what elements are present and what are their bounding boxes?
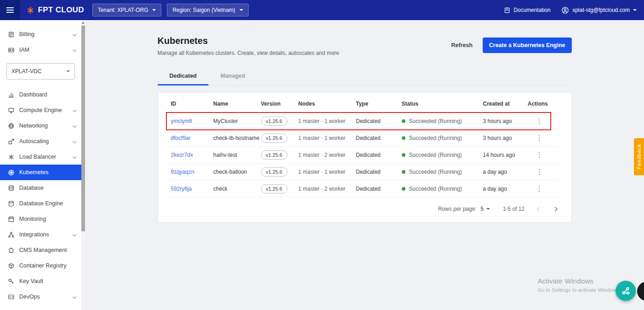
sidebar-item-database-engine[interactable]: Database Engine [0, 196, 81, 211]
billing-icon [7, 31, 15, 38]
ai-assistant-button[interactable] [616, 281, 636, 301]
sidebar-item-billing[interactable]: Billing [0, 27, 81, 42]
vdc-selector[interactable]: XPLAT-VDC [6, 63, 75, 80]
chevron-down-icon [486, 208, 490, 210]
row-actions-kebab[interactable]: ⋮ [533, 185, 546, 192]
kubernetes-icon [7, 169, 15, 176]
sidebar-item-key-vault[interactable]: Key Vault [0, 273, 81, 289]
sidebar-item-kubernetes[interactable]: Kubernetes [0, 165, 81, 180]
pagination: Rows per page: 5 1-5 of 12 [171, 198, 559, 217]
row-actions-kebab[interactable]: ⋮ [533, 168, 546, 176]
sidebar-item-dashboard[interactable]: Dashboard [0, 87, 81, 102]
sidebar-item-networking[interactable]: Networking [0, 118, 81, 134]
next-page-icon[interactable] [553, 207, 557, 211]
container-registry-icon [7, 262, 15, 269]
load-balancer-icon [7, 153, 15, 160]
cluster-id-link[interactable]: 592ry6ja [171, 186, 192, 192]
sidebar-item-label: Monitoring [19, 216, 46, 222]
sidebar-item-monitoring[interactable]: Monitoring [0, 211, 81, 227]
cluster-name: MyCluster [213, 118, 261, 124]
tab-managed[interactable]: Managed [208, 68, 257, 85]
sidebar-item-label: Database [19, 185, 44, 191]
version-chip: v1.25.6 [261, 134, 287, 143]
column-header-id: ID [171, 101, 213, 107]
region-selector[interactable]: Region: Saigon (Vietnam) [167, 4, 248, 16]
watermark-line1: Activate Windows [538, 277, 619, 285]
status-dot [402, 187, 405, 191]
refresh-button[interactable]: Refresh [448, 42, 475, 49]
feedback-tab[interactable]: Feedback [634, 138, 644, 175]
scroll-up-arrow-icon[interactable] [82, 21, 85, 24]
column-header-status: Status [402, 101, 483, 107]
table-row[interactable]: 9zqyaqzn check-balloon v1.25.6 1 master … [171, 164, 559, 181]
cluster-status: Succeeded (Running) [402, 118, 483, 124]
topbar-right: Documentation xplat-stg@fptcloud.com [504, 6, 644, 14]
row-actions-kebab[interactable]: ⋮ [533, 134, 546, 142]
sidebar-item-compute-engine[interactable]: Compute Engine [0, 102, 81, 118]
sidebar-item-container-registry[interactable]: Container Registry [0, 258, 81, 273]
cluster-id-link[interactable]: 9zqyaqzn [171, 169, 194, 175]
version-chip: v1.25.6 [261, 150, 287, 160]
column-header-name: Name [213, 101, 261, 107]
sidebar-item-database[interactable]: Database [0, 180, 81, 196]
scrollbar-thumb[interactable] [81, 26, 85, 231]
sidebar-item-iam[interactable]: IAM [0, 42, 81, 58]
sidebar-item-integrations[interactable]: Integrations [0, 227, 81, 242]
sidebar-scrollbar[interactable] [81, 20, 85, 310]
table-row[interactable]: ymclymfi MyCluster v1.25.6 1 master · 1 … [171, 113, 559, 130]
chevron-down-icon [73, 32, 76, 36]
integrations-icon [7, 231, 15, 238]
table-row[interactable]: dfocf9ar check-lb-hostname v1.25.6 1 mas… [171, 130, 559, 147]
page-subtitle: Manage all Kubernetes clusters. Create, … [158, 50, 340, 56]
user-icon [561, 6, 569, 14]
rows-per-page-select[interactable]: 5 [480, 206, 490, 212]
iam-icon [7, 46, 15, 53]
status-dot [402, 153, 405, 157]
status-dot [402, 136, 405, 140]
created-at: 3 hours ago [483, 118, 528, 124]
compute-engine-icon [7, 107, 15, 114]
tenant-selector[interactable]: Tenant: XPLAT-ORG [92, 4, 162, 16]
table-row[interactable]: 592ry6ja check v1.25.6 1 master · 2 work… [171, 181, 559, 198]
database-engine-icon [7, 200, 15, 207]
version-chip: v1.25.6 [261, 184, 287, 193]
monitoring-icon [7, 215, 15, 223]
documentation-link[interactable]: Documentation [504, 7, 551, 14]
cluster-type: Dedicated [356, 118, 402, 124]
menu-icon[interactable] [0, 0, 20, 20]
documentation-label: Documentation [514, 7, 551, 13]
brand-text: FPT CLOUD [38, 5, 84, 15]
sidebar-item-autoscaling[interactable]: Autoscaling [0, 134, 81, 149]
sidebar-item-cms-management[interactable]: CMS Management [0, 242, 81, 258]
sidebar-item-load-balancer[interactable]: Load Balancer [0, 149, 81, 165]
user-menu[interactable]: xplat-stg@fptcloud.com [561, 6, 637, 14]
column-header-actions: Actions [528, 101, 557, 107]
fpt-logo-icon [27, 6, 34, 14]
sidebar-item-label: Billing [19, 31, 34, 37]
row-actions-kebab[interactable]: ⋮ [533, 117, 546, 125]
networking-icon [7, 122, 15, 129]
fpt-cloud-logo[interactable]: FPT CLOUD [20, 5, 92, 15]
cluster-name: check [213, 186, 261, 192]
page-title: Kubernetes [158, 36, 340, 46]
tab-dedicated[interactable]: Dedicated [158, 68, 209, 85]
sidebar-item-label: Networking [19, 123, 48, 129]
row-actions-kebab[interactable]: ⋮ [533, 151, 546, 159]
cms-management-icon [7, 246, 15, 254]
sidebar-item-label: Kubernetes [19, 169, 48, 176]
windows-activation-watermark: Activate Windows Go to Settings to activ… [538, 277, 619, 293]
cluster-id-link[interactable]: dfocf9ar [171, 135, 191, 141]
sidebar-item-label: Load Balancer [19, 154, 56, 160]
previous-page-icon[interactable] [537, 207, 541, 211]
chevron-down-icon [240, 9, 243, 11]
cluster-id-link[interactable]: ymclymfi [171, 118, 192, 124]
cluster-id-link[interactable]: 2kezr7dx [171, 152, 193, 158]
sidebar-item-devops[interactable]: DevOps [0, 289, 81, 305]
table-row[interactable]: 2kezr7dx haihv-test v1.25.6 1 master · 2… [171, 147, 559, 164]
sidebar-item-label: IAM [19, 47, 29, 53]
sidebar-item-label: Container Registry [19, 262, 67, 269]
chevron-down-icon [633, 9, 637, 11]
create-kubernetes-engine-button[interactable]: Create a Kubernetes Engine [483, 37, 572, 53]
chevron-down-icon [73, 124, 76, 128]
created-at: a day ago [483, 186, 528, 192]
